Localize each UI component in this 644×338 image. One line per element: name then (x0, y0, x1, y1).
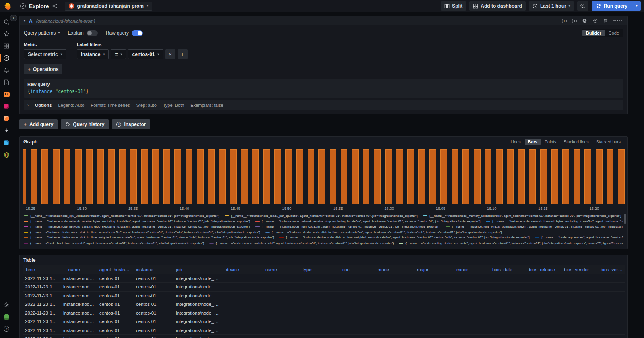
legend-item[interactable]: {__name__="node_boot_time_seconds", agen… (24, 241, 204, 245)
web-analytics-icon[interactable] (1, 149, 12, 160)
query-patterns-dropdown[interactable]: Query patterns ▾ (24, 30, 60, 36)
table-cell (263, 326, 300, 335)
code-mode-button[interactable]: Code (605, 30, 623, 36)
circle-info-icon[interactable]: ! (562, 19, 567, 23)
label-value-select[interactable]: centos-01 ▾ (128, 49, 163, 59)
table-column-header[interactable]: bios_date (490, 265, 526, 274)
graph-mode-lines[interactable]: Lines (508, 139, 524, 145)
legend-item[interactable]: {__name__="instance_device:node_disk_io_… (265, 230, 502, 234)
run-query-button[interactable]: Run query ▾ (592, 1, 641, 11)
label-operator-select[interactable]: = ▾ (111, 49, 126, 59)
incident-icon[interactable] (1, 89, 12, 100)
starred-icon[interactable] (1, 29, 12, 39)
time-range-picker[interactable]: Last 1 hour ▾ (529, 1, 574, 11)
graph-mode-stacked-bars[interactable]: Stacked bars (593, 139, 624, 145)
sidebar-item-explore[interactable] (1, 53, 12, 63)
legend-item[interactable]: {__name__="instance:node_memory_utilisat… (423, 214, 621, 218)
table-cell: centos-01 (134, 274, 173, 283)
explain-toggle[interactable] (87, 30, 98, 36)
table-cell (526, 300, 561, 309)
label-name-select[interactable]: instance ▾ (77, 49, 109, 59)
raw-query-preview: Raw query {instance="centos-01"} (24, 79, 623, 98)
table-column-header[interactable]: device (223, 265, 263, 274)
legend-item[interactable]: {__name__="node_cooling_device_cur_state… (399, 241, 623, 245)
legend-item[interactable]: {__name__="instance:node_load1_per_cpu:r… (225, 214, 418, 218)
table-column-header[interactable]: mode (375, 265, 415, 274)
legend-item[interactable]: {__name__="node_arp_entries", agent_host… (535, 236, 623, 239)
docs-file-icon[interactable] (1, 77, 12, 87)
table-column-header[interactable]: cpu (340, 265, 375, 274)
table-column-header[interactable]: bios_version (598, 265, 625, 274)
eye-icon[interactable] (592, 18, 598, 23)
add-to-dashboard-button[interactable]: Add to dashboard (469, 1, 526, 11)
add-operations-button[interactable]: + Operations (24, 64, 62, 74)
raw-query-toggle[interactable] (132, 30, 143, 36)
remove-filter-button[interactable]: × (165, 49, 175, 59)
legend-item[interactable]: {__name__="instance:node_network_receive… (24, 220, 250, 223)
graph-mode-points[interactable]: Points (541, 139, 559, 145)
trash-icon[interactable] (603, 18, 608, 23)
synthetic-monitoring-icon[interactable] (1, 137, 12, 148)
table-column-header[interactable]: major (415, 265, 454, 274)
zoom-out-button[interactable] (577, 1, 588, 11)
drag-handle-icon[interactable] (613, 20, 623, 21)
collapse-query-icon[interactable]: ▾ (24, 19, 25, 23)
legend-item[interactable]: {__name__="instance:node_network_transmi… (24, 225, 250, 228)
legend-item[interactable]: {__name__="instance:node_network_receive… (255, 220, 480, 223)
graph-bar (64, 149, 70, 204)
expand-sidebar-button[interactable]: › (10, 15, 17, 21)
settings-gear-icon[interactable] (1, 299, 12, 310)
table-row: 2022-11-23 16:23:1…instance:node_cpu…cen… (23, 274, 625, 283)
help-icon[interactable]: ? (1, 323, 12, 334)
legend-item[interactable]: {__name__="instance:node_network_transmi… (486, 220, 623, 223)
query-history-button[interactable]: Query history (61, 119, 109, 129)
table-column-header[interactable]: name (263, 265, 300, 274)
legend-item[interactable]: {__name__="instance_device:node_disk_io_… (279, 236, 530, 239)
add-query-button[interactable]: + Add query (19, 119, 58, 129)
builder-mode-button[interactable]: Builder (582, 30, 605, 36)
legend-item[interactable]: {__name__="instance:node_cpu_utilisation… (24, 214, 219, 218)
alerting-bell-icon[interactable] (1, 65, 12, 75)
legend-item[interactable]: {__name__="instance:node_vmstat_pgmajfau… (446, 225, 623, 228)
query-editor-body: Query patterns ▾ Explain Raw query Build… (20, 25, 627, 114)
split-button[interactable]: Split (441, 1, 466, 11)
run-query-caret[interactable]: ▾ (632, 1, 641, 11)
graph-mode-bars[interactable]: Bars (525, 139, 541, 145)
metric-select[interactable]: Select metric ▾ (24, 49, 66, 59)
table-cell: instance:node_nu… (61, 335, 97, 338)
graph-bar (53, 149, 60, 204)
table-column-header[interactable]: agent_hostname (97, 265, 134, 274)
dashboards-icon[interactable] (1, 41, 12, 51)
inspector-button[interactable]: i Inspector (112, 119, 150, 129)
oncall-icon[interactable] (1, 113, 12, 124)
table-cell: integrations/node_exporter (173, 300, 223, 309)
history-clock-icon[interactable] (582, 18, 587, 23)
grafana-logo[interactable] (3, 2, 12, 10)
circle-record-icon[interactable] (572, 19, 577, 23)
table-column-header[interactable]: minor (454, 265, 490, 274)
explore-compass-icon (20, 3, 26, 9)
legend-item[interactable]: {__name__="instance_device:node_disk_io_… (24, 236, 274, 239)
legend-item[interactable]: {__name__="instance:node_num_cpu:sum", a… (255, 225, 440, 228)
table-column-header[interactable]: bios_release (526, 265, 561, 274)
add-filter-button[interactable]: + (178, 49, 188, 59)
table-column-header[interactable]: instance (134, 265, 173, 274)
query-options-row[interactable]: › Options Legend: Auto Format: Time seri… (24, 100, 623, 110)
k6-bolt-icon[interactable] (1, 125, 12, 136)
share-icon[interactable] (52, 3, 58, 9)
table-column-header[interactable]: job (173, 265, 223, 274)
table-column-header[interactable]: type (300, 265, 340, 274)
graph-mode-stacked-lines[interactable]: Stacked lines (560, 139, 592, 145)
legend-scrollbar[interactable] (624, 214, 626, 224)
grot-icon[interactable] (1, 311, 12, 322)
graph-bar (41, 149, 48, 204)
table-column-header[interactable]: bios_vendor (561, 265, 598, 274)
legend-item[interactable]: {__name__="instance_device:node_disk_io_… (24, 230, 260, 234)
legend-item[interactable]: {__name__="node_context_switches_total",… (209, 241, 394, 245)
graph-bar (308, 149, 314, 204)
table-column-header[interactable]: __name__ (61, 265, 97, 274)
machine-learning-icon[interactable] (1, 101, 12, 112)
datasource-picker[interactable]: grafanacloud-ishanjain-prom ▾ (65, 2, 152, 11)
legend-label: {__name__="instance:node_network_transmi… (492, 220, 623, 223)
table-column-header[interactable]: Time (23, 265, 61, 274)
